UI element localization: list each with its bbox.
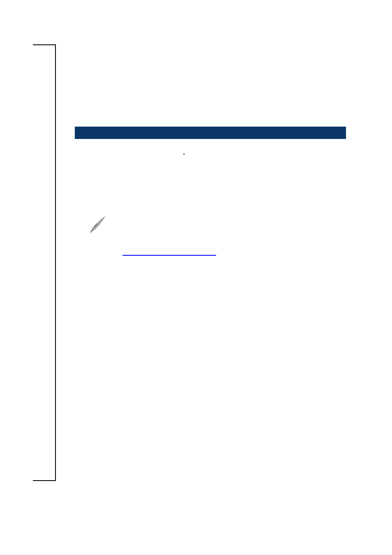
hyperlink-underline[interactable] [122,255,216,256]
feather-icon [87,214,108,234]
border-left-segment [55,44,56,480]
border-top-segment [33,44,56,45]
apostrophe-text: ' [183,152,184,159]
section-header-bar [75,127,346,139]
border-bottom-segment [33,480,56,481]
